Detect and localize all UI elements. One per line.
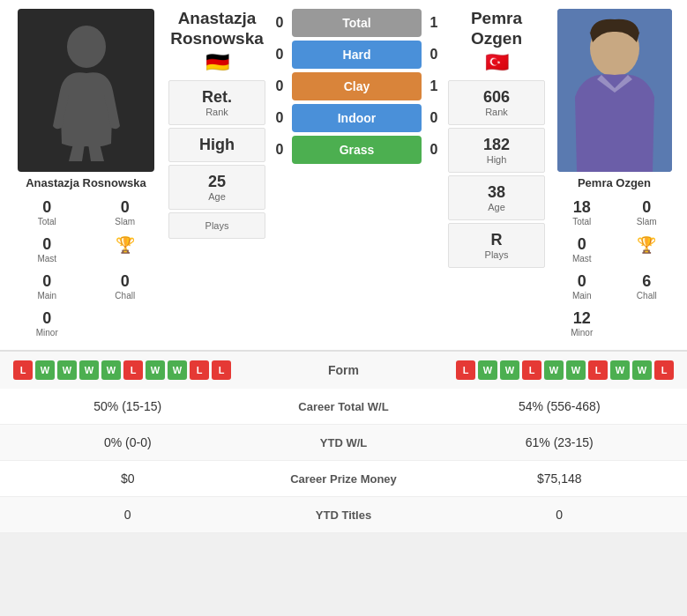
form-badge-w: W bbox=[57, 360, 77, 380]
form-badge-l: L bbox=[654, 360, 674, 380]
stat-row-1: 0% (0-0)YTD W/L61% (23-15) bbox=[0, 425, 687, 461]
grass-button[interactable]: Grass bbox=[292, 136, 422, 164]
left-plays-box: Plays bbox=[168, 212, 265, 239]
left-slam-cell: 0 Slam bbox=[87, 195, 164, 230]
left-stats-panel: Anastazja Rosnowska 🇩🇪 Ret. Rank High 25… bbox=[168, 9, 265, 239]
clay-score-row: 0 Clay 1 bbox=[271, 72, 443, 100]
left-minor-value: 0 bbox=[11, 309, 84, 328]
left-player-silhouette bbox=[51, 20, 122, 161]
right-player-silhouette bbox=[557, 9, 672, 172]
hard-left-score: 0 bbox=[271, 47, 288, 63]
grass-right-score: 0 bbox=[425, 142, 443, 158]
stat-row-3: 0YTD Titles0 bbox=[0, 497, 687, 533]
stat-right-val-2: $75,148 bbox=[432, 461, 688, 496]
left-form-badges: LWWWWLWWLL bbox=[13, 360, 231, 380]
right-plays-val: R bbox=[452, 231, 541, 249]
stat-row-0: 50% (15-15)Career Total W/L54% (556-468) bbox=[0, 389, 687, 425]
right-slam-value: 0 bbox=[617, 198, 677, 217]
left-rank-box: Ret. Rank bbox=[168, 80, 265, 125]
left-minor-cell: 0 Minor bbox=[9, 306, 86, 341]
right-total-cell: 18 Total bbox=[550, 195, 614, 230]
indoor-left-score: 0 bbox=[271, 110, 288, 126]
right-player-name: Pemra Ozgen bbox=[578, 176, 651, 189]
left-minor-label: Minor bbox=[11, 328, 84, 338]
form-badge-l: L bbox=[522, 360, 541, 380]
right-stats-grid: 18 Total 0 Slam 0 Mast 🏆 0 Main bbox=[550, 195, 678, 341]
indoor-right-score: 0 bbox=[425, 110, 443, 126]
right-trophy-cell: 🏆 bbox=[616, 232, 679, 267]
left-main-label: Main bbox=[11, 291, 84, 301]
stat-label-0: Career Total W/L bbox=[256, 390, 432, 424]
right-mast-value: 0 bbox=[552, 235, 612, 254]
left-age-box: 25 Age bbox=[168, 165, 265, 210]
form-badge-l: L bbox=[212, 360, 231, 380]
left-player-name: Anastazja Rosnowska bbox=[26, 176, 146, 189]
left-mast-label: Mast bbox=[11, 254, 84, 263]
right-rank-val: 606 bbox=[452, 88, 541, 107]
main-container: Anastazja Rosnowska 0 Total 0 Slam 0 Mas… bbox=[0, 0, 687, 533]
total-right-score: 1 bbox=[425, 15, 443, 31]
left-rank-label: Rank bbox=[173, 107, 261, 117]
form-badge-w: W bbox=[566, 360, 586, 380]
right-main-value: 0 bbox=[552, 272, 612, 291]
left-total-cell: 0 Total bbox=[9, 195, 86, 230]
form-badge-w: W bbox=[35, 360, 55, 380]
clay-left-score: 0 bbox=[271, 78, 288, 94]
form-badge-l: L bbox=[588, 360, 608, 380]
form-badge-w: W bbox=[101, 360, 121, 380]
left-rank-val: Ret. bbox=[173, 88, 261, 107]
left-main-value: 0 bbox=[11, 272, 84, 291]
grass-score-row: 0 Grass 0 bbox=[271, 136, 443, 164]
right-age-label: Age bbox=[452, 202, 541, 212]
left-chall-label: Chall bbox=[89, 291, 162, 301]
right-center-name: Pemra Ozgen bbox=[448, 9, 545, 49]
total-button[interactable]: Total bbox=[292, 9, 422, 37]
right-age-box: 38 Age bbox=[448, 175, 545, 220]
form-label: Form bbox=[310, 363, 377, 377]
right-total-value: 18 bbox=[552, 198, 612, 217]
hard-button[interactable]: Hard bbox=[292, 41, 422, 69]
right-slam-cell: 0 Slam bbox=[616, 195, 679, 230]
hard-right-score: 0 bbox=[425, 47, 443, 63]
right-player-photo bbox=[557, 9, 672, 172]
right-high-val: 182 bbox=[452, 136, 541, 154]
left-trophy-cell: 🏆 bbox=[87, 232, 164, 267]
stats-rows: 50% (15-15)Career Total W/L54% (556-468)… bbox=[0, 389, 687, 533]
right-rank-label: Rank bbox=[452, 107, 541, 117]
indoor-score-row: 0 Indoor 0 bbox=[271, 104, 443, 132]
right-chall-label: Chall bbox=[617, 291, 677, 301]
right-total-label: Total bbox=[552, 217, 612, 226]
right-mast-label: Mast bbox=[552, 254, 612, 263]
left-stats-grid: 0 Total 0 Slam 0 Mast 🏆 0 Main bbox=[9, 195, 163, 341]
left-total-label: Total bbox=[11, 217, 84, 226]
stat-right-val-3: 0 bbox=[432, 497, 688, 532]
right-plays-box: R Plays bbox=[448, 223, 545, 268]
left-trophy-icon: 🏆 bbox=[116, 236, 135, 254]
left-age-label: Age bbox=[173, 191, 261, 202]
left-center-name: Anastazja Rosnowska bbox=[168, 9, 265, 49]
right-stats-panel: Pemra Ozgen 🇹🇷 606 Rank 182 High 38 Age … bbox=[448, 9, 545, 268]
form-badge-w: W bbox=[79, 360, 99, 380]
left-slam-label: Slam bbox=[89, 217, 162, 226]
left-mast-cell: 0 Mast bbox=[9, 232, 86, 267]
form-badge-w: W bbox=[544, 360, 564, 380]
left-main-cell: 0 Main bbox=[9, 269, 86, 304]
form-badge-l: L bbox=[190, 360, 209, 380]
left-player-photo bbox=[18, 9, 154, 172]
right-form-badges: LWWLWWLWWL bbox=[456, 360, 674, 380]
player-left-card: Anastazja Rosnowska 0 Total 0 Slam 0 Mas… bbox=[9, 9, 163, 341]
stat-label-1: YTD W/L bbox=[256, 426, 432, 460]
form-badge-w: W bbox=[632, 360, 652, 380]
left-total-value: 0 bbox=[11, 198, 84, 217]
indoor-button[interactable]: Indoor bbox=[292, 104, 422, 132]
players-section: Anastazja Rosnowska 0 Total 0 Slam 0 Mas… bbox=[0, 0, 687, 350]
stat-left-val-3: 0 bbox=[0, 497, 256, 532]
stat-label-2: Career Prize Money bbox=[256, 462, 432, 496]
clay-button[interactable]: Clay bbox=[292, 72, 422, 100]
right-main-label: Main bbox=[552, 291, 612, 301]
form-badge-w: W bbox=[500, 360, 519, 380]
left-flag: 🇩🇪 bbox=[168, 51, 265, 74]
center-scores: 0 Total 1 0 Hard 0 0 Clay 1 0 Indoor 0 0 bbox=[271, 9, 443, 164]
form-badge-l: L bbox=[123, 360, 143, 380]
left-chall-value: 0 bbox=[89, 272, 162, 291]
